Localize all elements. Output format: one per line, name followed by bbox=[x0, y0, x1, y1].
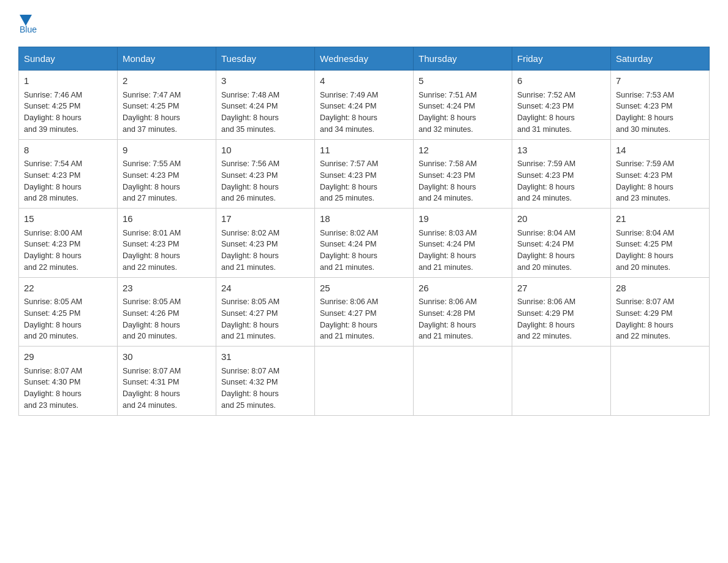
day-info: Sunrise: 7:54 AM Sunset: 4:23 PM Dayligh… bbox=[24, 158, 112, 204]
day-info: Sunrise: 7:48 AM Sunset: 4:24 PM Dayligh… bbox=[221, 90, 309, 136]
calendar-day-cell: 21 Sunrise: 8:04 AM Sunset: 4:25 PM Dayl… bbox=[611, 209, 710, 278]
calendar-empty-cell bbox=[512, 347, 611, 416]
calendar-week-row: 8 Sunrise: 7:54 AM Sunset: 4:23 PM Dayli… bbox=[19, 139, 710, 209]
day-number: 23 bbox=[123, 282, 211, 296]
calendar-header-row: SundayMondayTuesdayWednesdayThursdayFrid… bbox=[19, 47, 710, 71]
day-number: 18 bbox=[320, 212, 408, 226]
day-info: Sunrise: 7:53 AM Sunset: 4:23 PM Dayligh… bbox=[616, 90, 704, 136]
header-sunday: Sunday bbox=[19, 47, 118, 71]
header-tuesday: Tuesday bbox=[216, 47, 315, 71]
calendar-day-cell: 16 Sunrise: 8:01 AM Sunset: 4:23 PM Dayl… bbox=[118, 209, 216, 278]
calendar-week-row: 15 Sunrise: 8:00 AM Sunset: 4:23 PM Dayl… bbox=[19, 209, 710, 278]
day-info: Sunrise: 8:05 AM Sunset: 4:27 PM Dayligh… bbox=[221, 296, 309, 342]
day-number: 22 bbox=[24, 282, 112, 296]
day-info: Sunrise: 8:06 AM Sunset: 4:27 PM Dayligh… bbox=[320, 296, 408, 342]
day-info: Sunrise: 8:07 AM Sunset: 4:30 PM Dayligh… bbox=[24, 366, 112, 412]
day-info: Sunrise: 7:59 AM Sunset: 4:23 PM Dayligh… bbox=[517, 158, 605, 204]
calendar-day-cell: 10 Sunrise: 7:56 AM Sunset: 4:23 PM Dayl… bbox=[216, 139, 315, 209]
day-info: Sunrise: 8:06 AM Sunset: 4:29 PM Dayligh… bbox=[517, 296, 605, 342]
calendar-day-cell: 9 Sunrise: 7:55 AM Sunset: 4:23 PM Dayli… bbox=[118, 139, 216, 209]
day-number: 13 bbox=[517, 144, 605, 158]
calendar-empty-cell bbox=[315, 347, 414, 416]
day-info: Sunrise: 7:49 AM Sunset: 4:24 PM Dayligh… bbox=[320, 90, 408, 136]
calendar-day-cell: 29 Sunrise: 8:07 AM Sunset: 4:30 PM Dayl… bbox=[19, 347, 118, 416]
day-info: Sunrise: 7:47 AM Sunset: 4:25 PM Dayligh… bbox=[123, 90, 211, 136]
calendar-day-cell: 17 Sunrise: 8:02 AM Sunset: 4:23 PM Dayl… bbox=[216, 209, 315, 278]
calendar-day-cell: 7 Sunrise: 7:53 AM Sunset: 4:23 PM Dayli… bbox=[611, 71, 710, 140]
logo: Blue bbox=[18, 12, 37, 34]
day-info: Sunrise: 8:02 AM Sunset: 4:23 PM Dayligh… bbox=[221, 228, 309, 274]
day-number: 27 bbox=[517, 282, 605, 296]
day-number: 14 bbox=[616, 144, 704, 158]
day-number: 7 bbox=[616, 74, 704, 88]
day-info: Sunrise: 8:04 AM Sunset: 4:25 PM Dayligh… bbox=[616, 228, 704, 274]
calendar-day-cell: 26 Sunrise: 8:06 AM Sunset: 4:28 PM Dayl… bbox=[414, 277, 512, 347]
calendar-day-cell: 3 Sunrise: 7:48 AM Sunset: 4:24 PM Dayli… bbox=[216, 71, 315, 140]
day-info: Sunrise: 7:55 AM Sunset: 4:23 PM Dayligh… bbox=[123, 158, 211, 204]
day-info: Sunrise: 7:59 AM Sunset: 4:23 PM Dayligh… bbox=[616, 158, 704, 204]
calendar-day-cell: 27 Sunrise: 8:06 AM Sunset: 4:29 PM Dayl… bbox=[512, 277, 611, 347]
calendar-table: SundayMondayTuesdayWednesdayThursdayFrid… bbox=[18, 47, 710, 416]
calendar-day-cell: 2 Sunrise: 7:47 AM Sunset: 4:25 PM Dayli… bbox=[118, 71, 216, 140]
calendar-day-cell: 4 Sunrise: 7:49 AM Sunset: 4:24 PM Dayli… bbox=[315, 71, 414, 140]
day-number: 19 bbox=[419, 212, 507, 226]
day-number: 10 bbox=[221, 144, 309, 158]
page-header: Blue bbox=[18, 12, 710, 34]
calendar-day-cell: 15 Sunrise: 8:00 AM Sunset: 4:23 PM Dayl… bbox=[19, 209, 118, 278]
day-number: 9 bbox=[123, 144, 211, 158]
day-number: 25 bbox=[320, 282, 408, 296]
calendar-day-cell: 28 Sunrise: 8:07 AM Sunset: 4:29 PM Dayl… bbox=[611, 277, 710, 347]
day-info: Sunrise: 8:05 AM Sunset: 4:25 PM Dayligh… bbox=[24, 296, 112, 342]
day-number: 29 bbox=[24, 350, 112, 364]
calendar-day-cell: 18 Sunrise: 8:02 AM Sunset: 4:24 PM Dayl… bbox=[315, 209, 414, 278]
day-info: Sunrise: 8:06 AM Sunset: 4:28 PM Dayligh… bbox=[419, 296, 507, 342]
day-info: Sunrise: 8:07 AM Sunset: 4:31 PM Dayligh… bbox=[123, 366, 211, 412]
day-info: Sunrise: 8:07 AM Sunset: 4:32 PM Dayligh… bbox=[221, 366, 309, 412]
day-info: Sunrise: 7:58 AM Sunset: 4:23 PM Dayligh… bbox=[419, 158, 507, 204]
calendar-day-cell: 20 Sunrise: 8:04 AM Sunset: 4:24 PM Dayl… bbox=[512, 209, 611, 278]
header-wednesday: Wednesday bbox=[315, 47, 414, 71]
day-info: Sunrise: 7:46 AM Sunset: 4:25 PM Dayligh… bbox=[24, 90, 112, 136]
day-info: Sunrise: 8:00 AM Sunset: 4:23 PM Dayligh… bbox=[24, 228, 112, 274]
day-number: 6 bbox=[517, 74, 605, 88]
calendar-week-row: 1 Sunrise: 7:46 AM Sunset: 4:25 PM Dayli… bbox=[19, 71, 710, 140]
day-number: 24 bbox=[221, 282, 309, 296]
calendar-day-cell: 1 Sunrise: 7:46 AM Sunset: 4:25 PM Dayli… bbox=[19, 71, 118, 140]
calendar-empty-cell bbox=[611, 347, 710, 416]
day-number: 2 bbox=[123, 74, 211, 88]
calendar-empty-cell bbox=[414, 347, 512, 416]
day-number: 4 bbox=[320, 74, 408, 88]
day-number: 21 bbox=[616, 212, 704, 226]
day-number: 28 bbox=[616, 282, 704, 296]
calendar-day-cell: 8 Sunrise: 7:54 AM Sunset: 4:23 PM Dayli… bbox=[19, 139, 118, 209]
day-info: Sunrise: 8:04 AM Sunset: 4:24 PM Dayligh… bbox=[517, 228, 605, 274]
calendar-week-row: 22 Sunrise: 8:05 AM Sunset: 4:25 PM Dayl… bbox=[19, 277, 710, 347]
day-number: 20 bbox=[517, 212, 605, 226]
calendar-day-cell: 11 Sunrise: 7:57 AM Sunset: 4:23 PM Dayl… bbox=[315, 139, 414, 209]
calendar-day-cell: 30 Sunrise: 8:07 AM Sunset: 4:31 PM Dayl… bbox=[118, 347, 216, 416]
day-number: 31 bbox=[221, 350, 309, 364]
day-number: 11 bbox=[320, 144, 408, 158]
day-info: Sunrise: 8:01 AM Sunset: 4:23 PM Dayligh… bbox=[123, 228, 211, 274]
calendar-day-cell: 25 Sunrise: 8:06 AM Sunset: 4:27 PM Dayl… bbox=[315, 277, 414, 347]
header-monday: Monday bbox=[118, 47, 216, 71]
day-info: Sunrise: 8:02 AM Sunset: 4:24 PM Dayligh… bbox=[320, 228, 408, 274]
day-number: 17 bbox=[221, 212, 309, 226]
calendar-day-cell: 19 Sunrise: 8:03 AM Sunset: 4:24 PM Dayl… bbox=[414, 209, 512, 278]
day-info: Sunrise: 7:57 AM Sunset: 4:23 PM Dayligh… bbox=[320, 158, 408, 204]
day-info: Sunrise: 8:05 AM Sunset: 4:26 PM Dayligh… bbox=[123, 296, 211, 342]
day-number: 26 bbox=[419, 282, 507, 296]
day-number: 1 bbox=[24, 74, 112, 88]
header-thursday: Thursday bbox=[414, 47, 512, 71]
calendar-day-cell: 6 Sunrise: 7:52 AM Sunset: 4:23 PM Dayli… bbox=[512, 71, 611, 140]
day-number: 15 bbox=[24, 212, 112, 226]
logo-subtitle: Blue bbox=[20, 25, 37, 34]
day-info: Sunrise: 7:56 AM Sunset: 4:23 PM Dayligh… bbox=[221, 158, 309, 204]
calendar-day-cell: 23 Sunrise: 8:05 AM Sunset: 4:26 PM Dayl… bbox=[118, 277, 216, 347]
day-number: 3 bbox=[221, 74, 309, 88]
calendar-day-cell: 13 Sunrise: 7:59 AM Sunset: 4:23 PM Dayl… bbox=[512, 139, 611, 209]
calendar-day-cell: 5 Sunrise: 7:51 AM Sunset: 4:24 PM Dayli… bbox=[414, 71, 512, 140]
day-info: Sunrise: 8:03 AM Sunset: 4:24 PM Dayligh… bbox=[419, 228, 507, 274]
header-saturday: Saturday bbox=[611, 47, 710, 71]
day-number: 5 bbox=[419, 74, 507, 88]
